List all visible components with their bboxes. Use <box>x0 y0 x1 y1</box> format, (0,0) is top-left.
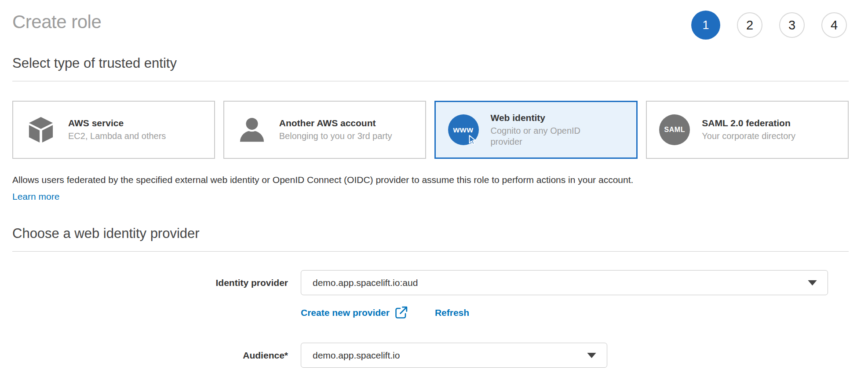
www-badge-text: www <box>453 125 474 135</box>
web-identity-globe-icon: www <box>448 114 479 145</box>
saml-badge-icon: SAML <box>659 114 690 145</box>
provider-heading: Choose a web identity provider <box>12 226 849 242</box>
www-badge: www <box>448 114 479 145</box>
learn-more-link[interactable]: Learn more <box>12 191 59 202</box>
refresh-link[interactable]: Refresh <box>435 307 469 318</box>
provider-links-row: Create new provider Refresh <box>12 306 849 319</box>
entity-card-another-aws-account[interactable]: Another AWS account Belonging to you or … <box>223 101 426 159</box>
chevron-down-icon <box>808 280 817 286</box>
entity-card-web-identity[interactable]: www Web identity Cognito or any OpenID p… <box>434 101 638 159</box>
aws-service-cube-icon <box>26 116 56 143</box>
page-header: Create role 1 2 3 4 <box>12 6 849 38</box>
section-divider <box>12 81 849 81</box>
create-role-page: Create role 1 2 3 4 Select type of trust… <box>0 0 868 368</box>
wizard-step-1: 1 <box>691 11 720 40</box>
card-title: Another AWS account <box>279 118 392 128</box>
wizard-step-2-number: 2 <box>746 18 753 33</box>
audience-label: Audience* <box>12 350 288 361</box>
saml-badge-text: SAML <box>664 126 685 134</box>
section-divider <box>12 251 849 252</box>
external-link-icon <box>394 306 408 319</box>
wizard-step-3-number: 3 <box>788 18 795 33</box>
entity-card-saml-federation[interactable]: SAML SAML 2.0 federation Your corporate … <box>646 101 849 159</box>
wizard-step-3: 3 <box>779 12 805 38</box>
identity-provider-label: Identity provider <box>12 278 288 288</box>
wizard-step-indicator: 1 2 3 4 <box>691 11 849 40</box>
card-title: AWS service <box>68 118 166 128</box>
create-new-provider-link[interactable]: Create new provider <box>301 306 408 319</box>
chevron-down-icon <box>587 353 596 358</box>
identity-provider-row: Identity provider demo.app.spacelift.io:… <box>12 270 849 295</box>
wizard-step-4: 4 <box>821 12 847 38</box>
audience-row: Audience* demo.app.spacelift.io <box>12 343 849 368</box>
card-subtitle: Cognito or any OpenID provider <box>491 125 603 147</box>
card-subtitle: Belonging to you or 3rd party <box>279 131 392 142</box>
card-subtitle: EC2, Lambda and others <box>68 131 166 142</box>
page-title: Create role <box>12 11 101 33</box>
identity-provider-value: demo.app.spacelift.io:aud <box>313 278 418 288</box>
entity-card-aws-service[interactable]: AWS service EC2, Lambda and others <box>12 101 215 159</box>
person-icon <box>237 116 267 143</box>
wizard-step-1-number: 1 <box>702 18 709 32</box>
saml-badge: SAML <box>659 114 690 145</box>
card-title: SAML 2.0 federation <box>702 118 795 128</box>
card-text: SAML 2.0 federation Your corporate direc… <box>702 118 795 142</box>
wizard-step-2: 2 <box>737 12 762 38</box>
provider-form: Identity provider demo.app.spacelift.io:… <box>12 270 849 368</box>
wizard-step-4-number: 4 <box>831 18 838 33</box>
cursor-icon <box>467 135 477 145</box>
card-text: Web identity Cognito or any OpenID provi… <box>491 113 603 147</box>
card-text: AWS service EC2, Lambda and others <box>68 118 166 142</box>
card-text: Another AWS account Belonging to you or … <box>279 118 392 142</box>
trusted-entity-cards: AWS service EC2, Lambda and others Anoth… <box>12 101 849 159</box>
entity-description: Allows users federated by the specified … <box>12 175 849 185</box>
audience-select[interactable]: demo.app.spacelift.io <box>301 343 607 368</box>
trusted-entity-heading: Select type of trusted entity <box>12 55 849 71</box>
create-new-provider-label: Create new provider <box>301 307 390 318</box>
audience-value: demo.app.spacelift.io <box>313 350 400 361</box>
card-subtitle: Your corporate directory <box>702 131 795 142</box>
identity-provider-select[interactable]: demo.app.spacelift.io:aud <box>301 270 828 295</box>
card-title: Web identity <box>491 113 603 123</box>
